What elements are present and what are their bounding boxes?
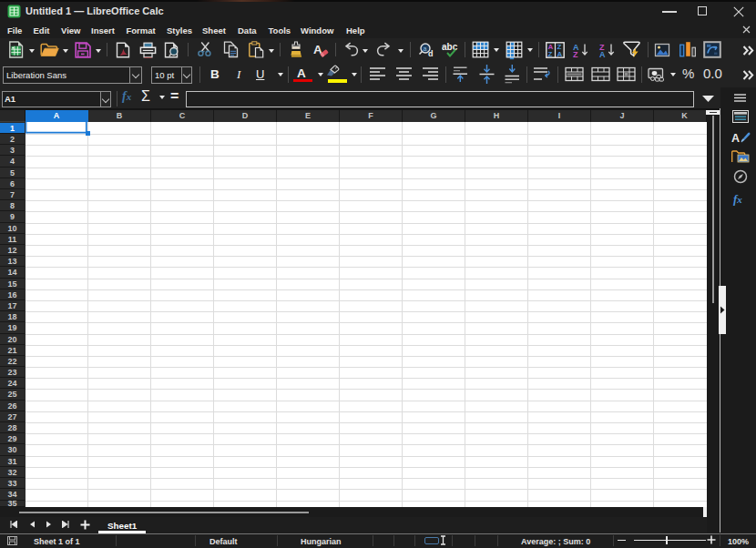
- svg-text:a: a: [424, 46, 427, 52]
- svg-text:A: A: [557, 50, 563, 58]
- svg-text:Z: Z: [573, 50, 578, 58]
- svg-text:d: d: [428, 49, 434, 58]
- svg-text:A: A: [599, 50, 606, 58]
- svg-text:Z: Z: [548, 50, 553, 58]
- svg-text:A: A: [731, 132, 740, 145]
